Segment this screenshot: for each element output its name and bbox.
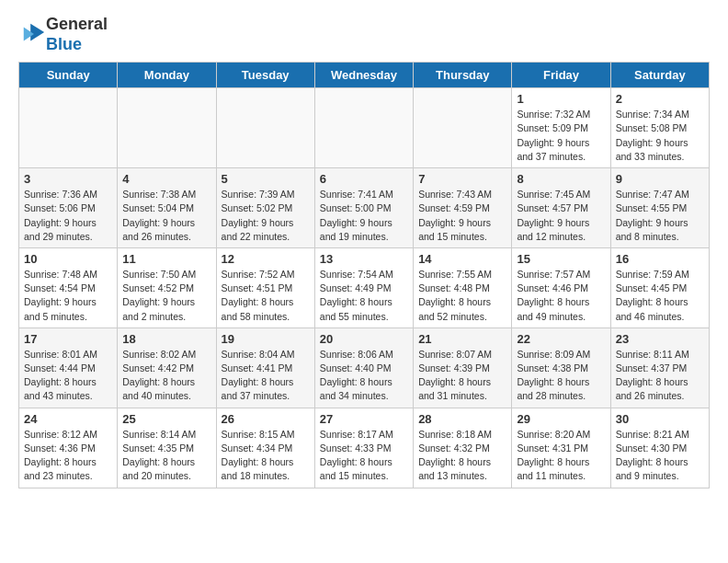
- day-info: Sunrise: 7:57 AM Sunset: 4:46 PM Dayligh…: [517, 268, 605, 324]
- day-info: Sunrise: 7:48 AM Sunset: 4:54 PM Dayligh…: [24, 268, 112, 324]
- day-number: 29: [517, 412, 605, 426]
- day-number: 7: [418, 172, 506, 186]
- calendar-header-friday: Friday: [512, 63, 610, 88]
- day-number: 5: [222, 172, 310, 186]
- calendar-cell: 20Sunrise: 8:06 AM Sunset: 4:40 PM Dayli…: [314, 327, 413, 408]
- day-number: 25: [122, 412, 210, 426]
- day-number: 16: [616, 252, 704, 266]
- day-info: Sunrise: 8:04 AM Sunset: 4:41 PM Dayligh…: [222, 348, 310, 404]
- day-info: Sunrise: 8:01 AM Sunset: 4:44 PM Dayligh…: [24, 348, 112, 404]
- calendar-cell: 11Sunrise: 7:50 AM Sunset: 4:52 PM Dayli…: [118, 247, 216, 327]
- calendar-cell: 24Sunrise: 8:12 AM Sunset: 4:36 PM Dayli…: [19, 408, 118, 488]
- calendar-cell: 6Sunrise: 7:41 AM Sunset: 5:00 PM Daylig…: [314, 168, 413, 248]
- calendar-cell: 27Sunrise: 8:17 AM Sunset: 4:33 PM Dayli…: [314, 408, 413, 488]
- day-number: 30: [616, 412, 704, 426]
- calendar-cell: 8Sunrise: 7:45 AM Sunset: 4:57 PM Daylig…: [512, 168, 610, 248]
- day-number: 12: [222, 252, 310, 266]
- day-number: 20: [320, 332, 408, 346]
- calendar-cell: 16Sunrise: 7:59 AM Sunset: 4:45 PM Dayli…: [610, 247, 709, 327]
- calendar-cell: 22Sunrise: 8:09 AM Sunset: 4:38 PM Dayli…: [512, 327, 610, 408]
- logo-text-blue: Blue: [46, 35, 108, 55]
- day-number: 18: [122, 332, 210, 346]
- day-info: Sunrise: 7:50 AM Sunset: 4:52 PM Dayligh…: [122, 268, 210, 324]
- day-info: Sunrise: 7:47 AM Sunset: 4:55 PM Dayligh…: [616, 188, 704, 244]
- day-info: Sunrise: 8:11 AM Sunset: 4:37 PM Dayligh…: [616, 348, 704, 404]
- day-info: Sunrise: 8:14 AM Sunset: 4:35 PM Dayligh…: [122, 428, 210, 484]
- day-number: 9: [616, 172, 704, 186]
- calendar-header-wednesday: Wednesday: [314, 63, 413, 88]
- day-info: Sunrise: 8:02 AM Sunset: 4:42 PM Dayligh…: [122, 348, 210, 404]
- day-number: 11: [122, 252, 210, 266]
- day-number: 24: [24, 412, 112, 426]
- day-number: 2: [616, 92, 704, 106]
- day-number: 19: [222, 332, 310, 346]
- calendar-cell: [414, 88, 512, 168]
- day-number: 3: [24, 172, 112, 186]
- day-info: Sunrise: 7:52 AM Sunset: 4:51 PM Dayligh…: [222, 268, 310, 324]
- calendar-cell: 10Sunrise: 7:48 AM Sunset: 4:54 PM Dayli…: [19, 247, 118, 327]
- day-number: 10: [24, 252, 112, 266]
- day-info: Sunrise: 7:54 AM Sunset: 4:49 PM Dayligh…: [320, 268, 408, 324]
- calendar-header-sunday: Sunday: [19, 63, 118, 88]
- calendar-header-thursday: Thursday: [414, 63, 512, 88]
- calendar-header-row: SundayMondayTuesdayWednesdayThursdayFrid…: [19, 63, 710, 88]
- day-info: Sunrise: 8:09 AM Sunset: 4:38 PM Dayligh…: [517, 348, 605, 404]
- day-info: Sunrise: 8:06 AM Sunset: 4:40 PM Dayligh…: [320, 348, 408, 404]
- day-number: 21: [418, 332, 506, 346]
- day-number: 23: [616, 332, 704, 346]
- day-info: Sunrise: 7:32 AM Sunset: 5:09 PM Dayligh…: [517, 108, 605, 164]
- day-number: 28: [418, 412, 506, 426]
- day-info: Sunrise: 7:43 AM Sunset: 4:59 PM Dayligh…: [418, 188, 506, 244]
- day-info: Sunrise: 7:38 AM Sunset: 5:04 PM Dayligh…: [122, 188, 210, 244]
- svg-marker-0: [30, 23, 44, 40]
- day-info: Sunrise: 7:34 AM Sunset: 5:08 PM Dayligh…: [616, 108, 704, 164]
- day-info: Sunrise: 7:55 AM Sunset: 4:48 PM Dayligh…: [418, 268, 506, 324]
- day-number: 22: [517, 332, 605, 346]
- day-info: Sunrise: 8:15 AM Sunset: 4:34 PM Dayligh…: [222, 428, 310, 484]
- day-info: Sunrise: 8:07 AM Sunset: 4:39 PM Dayligh…: [418, 348, 506, 404]
- calendar-cell: [19, 88, 118, 168]
- calendar-cell: 7Sunrise: 7:43 AM Sunset: 4:59 PM Daylig…: [414, 168, 512, 248]
- day-number: 1: [517, 92, 605, 106]
- logo: General Blue: [18, 15, 108, 54]
- calendar-cell: 19Sunrise: 8:04 AM Sunset: 4:41 PM Dayli…: [216, 327, 314, 408]
- calendar-header-tuesday: Tuesday: [216, 63, 314, 88]
- day-number: 17: [24, 332, 112, 346]
- calendar-cell: 13Sunrise: 7:54 AM Sunset: 4:49 PM Dayli…: [314, 247, 413, 327]
- calendar-cell: 25Sunrise: 8:14 AM Sunset: 4:35 PM Dayli…: [118, 408, 216, 488]
- day-number: 8: [517, 172, 605, 186]
- calendar-table: SundayMondayTuesdayWednesdayThursdayFrid…: [18, 62, 710, 488]
- day-number: 26: [222, 412, 310, 426]
- calendar-cell: 21Sunrise: 8:07 AM Sunset: 4:39 PM Dayli…: [414, 327, 512, 408]
- calendar-cell: 12Sunrise: 7:52 AM Sunset: 4:51 PM Dayli…: [216, 247, 314, 327]
- day-info: Sunrise: 7:39 AM Sunset: 5:02 PM Dayligh…: [222, 188, 310, 244]
- day-info: Sunrise: 8:20 AM Sunset: 4:31 PM Dayligh…: [517, 428, 605, 484]
- calendar-cell: 2Sunrise: 7:34 AM Sunset: 5:08 PM Daylig…: [610, 88, 709, 168]
- day-number: 27: [320, 412, 408, 426]
- day-number: 13: [320, 252, 408, 266]
- day-info: Sunrise: 7:36 AM Sunset: 5:06 PM Dayligh…: [24, 188, 112, 244]
- calendar-cell: 9Sunrise: 7:47 AM Sunset: 4:55 PM Daylig…: [610, 168, 709, 248]
- calendar-cell: 3Sunrise: 7:36 AM Sunset: 5:06 PM Daylig…: [19, 168, 118, 248]
- calendar-header-saturday: Saturday: [610, 63, 709, 88]
- calendar-cell: 1Sunrise: 7:32 AM Sunset: 5:09 PM Daylig…: [512, 88, 610, 168]
- header: General Blue: [18, 15, 710, 54]
- calendar-cell: [216, 88, 314, 168]
- day-info: Sunrise: 8:17 AM Sunset: 4:33 PM Dayligh…: [320, 428, 408, 484]
- calendar-cell: 23Sunrise: 8:11 AM Sunset: 4:37 PM Dayli…: [610, 327, 709, 408]
- calendar-cell: 29Sunrise: 8:20 AM Sunset: 4:31 PM Dayli…: [512, 408, 610, 488]
- day-number: 6: [320, 172, 408, 186]
- calendar-week-2: 10Sunrise: 7:48 AM Sunset: 4:54 PM Dayli…: [19, 247, 710, 327]
- day-info: Sunrise: 7:45 AM Sunset: 4:57 PM Dayligh…: [517, 188, 605, 244]
- calendar-cell: 26Sunrise: 8:15 AM Sunset: 4:34 PM Dayli…: [216, 408, 314, 488]
- day-info: Sunrise: 8:21 AM Sunset: 4:30 PM Dayligh…: [616, 428, 704, 484]
- calendar-cell: 28Sunrise: 8:18 AM Sunset: 4:32 PM Dayli…: [414, 408, 512, 488]
- calendar-week-1: 3Sunrise: 7:36 AM Sunset: 5:06 PM Daylig…: [19, 168, 710, 248]
- logo-text-general: General: [46, 15, 108, 35]
- calendar-cell: 15Sunrise: 7:57 AM Sunset: 4:46 PM Dayli…: [512, 247, 610, 327]
- day-number: 4: [122, 172, 210, 186]
- day-info: Sunrise: 7:41 AM Sunset: 5:00 PM Dayligh…: [320, 188, 408, 244]
- calendar-header-monday: Monday: [118, 63, 216, 88]
- day-info: Sunrise: 7:59 AM Sunset: 4:45 PM Dayligh…: [616, 268, 704, 324]
- day-info: Sunrise: 8:18 AM Sunset: 4:32 PM Dayligh…: [418, 428, 506, 484]
